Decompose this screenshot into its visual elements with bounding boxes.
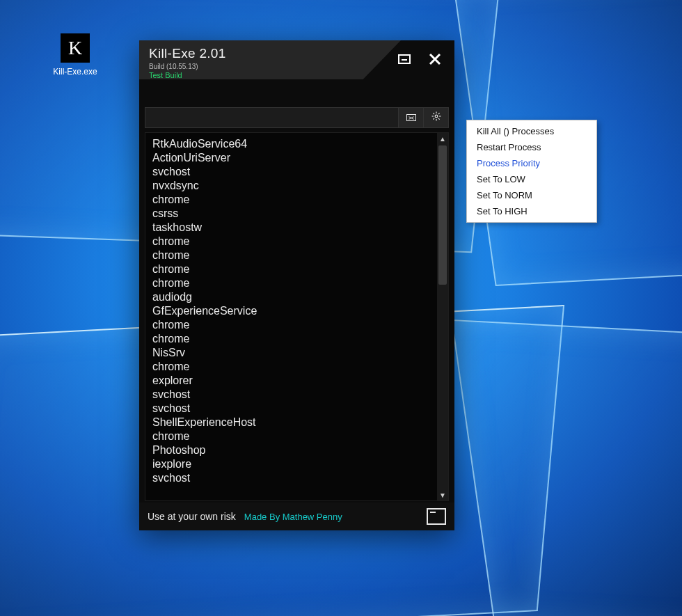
process-list-item[interactable]: audiodg <box>152 290 441 304</box>
gear-icon <box>431 111 441 124</box>
process-list-item[interactable]: Photoshop <box>152 443 441 457</box>
scroll-up-button[interactable]: ▲ <box>437 133 448 144</box>
process-options-button[interactable] <box>424 107 449 128</box>
process-list-item[interactable]: chrome <box>152 276 441 290</box>
process-list-item[interactable]: RtkAudioService64 <box>152 137 441 151</box>
app-icon: K <box>61 33 90 63</box>
scroll-thumb[interactable] <box>438 145 447 285</box>
process-list-item[interactable]: chrome <box>152 429 441 443</box>
kill-process-button[interactable] <box>399 107 424 128</box>
process-list-item[interactable]: chrome <box>152 360 441 374</box>
process-list-item[interactable]: chrome <box>152 262 441 276</box>
process-list-item[interactable]: taskhostw <box>152 221 441 235</box>
close-button[interactable] <box>420 47 450 71</box>
context-menu-header: Process Priority <box>467 155 596 171</box>
process-list-item[interactable]: chrome <box>152 193 441 207</box>
process-list-item[interactable]: svchost <box>152 402 441 416</box>
close-icon <box>428 52 442 66</box>
process-list-item[interactable]: ShellExperienceHost <box>152 416 441 429</box>
desktop-wallpaper: K Kill-Exe.exe Kill-Exe 2.01 Build (10.5… <box>0 0 682 616</box>
context-menu-item[interactable]: Kill All () Processes <box>467 123 596 139</box>
process-list-item[interactable]: chrome <box>152 248 441 262</box>
process-list-item[interactable]: svchost <box>152 388 441 402</box>
context-menu-item[interactable]: Restart Process <box>467 139 596 155</box>
process-list-item[interactable]: GfExperienceService <box>152 304 441 318</box>
process-list: RtkAudioService64ActionUriServersvchostn… <box>145 133 448 489</box>
svg-line-9 <box>433 118 434 120</box>
process-list-item[interactable]: NisSrv <box>152 346 441 360</box>
svg-point-2 <box>435 115 438 118</box>
context-menu-item[interactable]: Set To HIGH <box>467 203 596 219</box>
process-list-item[interactable]: explorer <box>152 374 441 388</box>
footer: Use at your own risk Made By Mathew Penn… <box>139 503 454 530</box>
process-list-item[interactable]: chrome <box>152 332 441 346</box>
svg-line-8 <box>438 118 439 120</box>
kill-icon <box>406 114 416 121</box>
search-row <box>145 107 449 128</box>
scrollbar[interactable]: ▲ ▼ <box>437 133 448 500</box>
svg-line-7 <box>433 113 434 114</box>
console-button[interactable] <box>427 508 446 525</box>
desktop-shortcut-kill-exe[interactable]: K Kill-Exe.exe <box>47 33 103 77</box>
process-list-item[interactable]: nvxdsync <box>152 179 441 193</box>
desktop-shortcut-label: Kill-Exe.exe <box>47 67 103 77</box>
process-list-item[interactable]: chrome <box>152 235 441 248</box>
context-menu-item[interactable]: Set To LOW <box>467 171 596 187</box>
process-list-container: RtkAudioService64ActionUriServersvchostn… <box>145 132 449 501</box>
minimize-icon <box>398 54 411 64</box>
process-list-item[interactable]: svchost <box>152 165 441 179</box>
process-list-item[interactable]: chrome <box>152 318 441 332</box>
context-menu: Kill All () ProcessesRestart ProcessProc… <box>466 120 597 223</box>
scroll-down-button[interactable]: ▼ <box>437 489 448 500</box>
process-list-item[interactable]: svchost <box>152 471 441 485</box>
process-list-item[interactable]: ActionUriServer <box>152 151 441 165</box>
process-list-item[interactable]: iexplore <box>152 457 441 471</box>
footer-author: Made By Mathew Penny <box>244 512 342 522</box>
kill-exe-window: Kill-Exe 2.01 Build (10.55.13) Test Buil… <box>139 40 454 530</box>
test-build-label: Test Build <box>149 71 445 79</box>
footer-warning: Use at your own risk <box>148 511 236 522</box>
process-search-input[interactable] <box>145 107 399 128</box>
process-list-item[interactable]: csrss <box>152 207 441 221</box>
svg-line-10 <box>438 113 439 114</box>
minimize-button[interactable] <box>389 47 420 71</box>
context-menu-item[interactable]: Set To NORM <box>467 187 596 203</box>
